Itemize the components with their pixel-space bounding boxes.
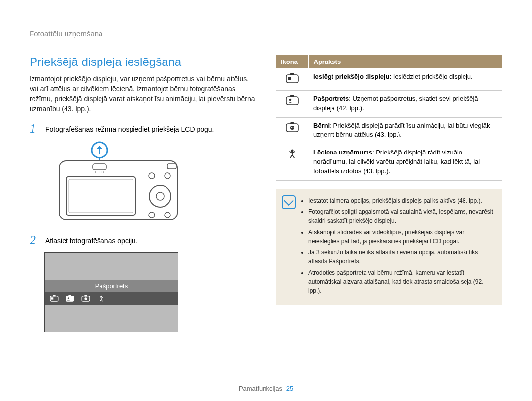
- page-title: Priekšējā displeja ieslēgšana: [30, 55, 256, 69]
- camera-figure: F.LCD: [44, 141, 256, 227]
- footer-page-number: 25: [286, 385, 293, 392]
- footer-text: Pamatfunkcijas: [239, 385, 282, 392]
- flcd-button-icon: [93, 164, 106, 170]
- svg-rect-1: [66, 177, 135, 215]
- svg-rect-21: [288, 77, 291, 80]
- step-2: 2 Atlasiet fotografēšanas opciju.: [30, 234, 256, 247]
- flcd-label: F.LCD: [95, 170, 104, 174]
- svg-rect-23: [290, 95, 294, 97]
- table-row: Ieslēgt priekšējo displeju: Ieslēdziet p…: [276, 68, 502, 90]
- note-item: Atrodoties pašportreta vai bērnu režīmā,…: [308, 268, 495, 296]
- note-box: Iestatot taimera opcijas, priekšējais di…: [276, 189, 502, 305]
- display-label: Pašportrets: [45, 280, 178, 292]
- row-1-bold: Pašportrets: [313, 95, 349, 102]
- self-portrait-icon: [66, 295, 74, 302]
- row-2-rest: : Priekšējā displejā parādīt īsu animāci…: [313, 122, 490, 139]
- camera-svg: F.LCD: [44, 141, 192, 225]
- svg-rect-12: [66, 296, 74, 301]
- svg-point-29: [293, 127, 294, 128]
- self-portrait-icon: [286, 94, 299, 105]
- step-1: 1 Fotografēšanas režīmā nospiediet priek…: [30, 123, 256, 135]
- left-column: Priekšējā displeja ieslēgšana Izmantojot…: [30, 55, 256, 332]
- svg-rect-10: [53, 295, 55, 297]
- svg-rect-22: [286, 97, 298, 105]
- note-item: Fotografējot spilgti apgaismotā vai saul…: [308, 207, 495, 225]
- svg-rect-13: [68, 295, 71, 297]
- row-0-bold: Ieslēgt priekšējo displeju: [313, 73, 390, 80]
- row-3-bold: Lēciena uzņēmums: [313, 149, 372, 156]
- section-header: Fotoattēlu uzņemšana: [30, 30, 502, 41]
- step-1-number: 1: [30, 123, 38, 135]
- svg-rect-16: [84, 295, 87, 297]
- jump-shot-icon: [286, 148, 299, 159]
- table-row: Pašportrets: Uzņemot pašportretus, skati…: [276, 90, 502, 117]
- svg-point-28: [291, 127, 292, 128]
- row-2-bold: Bērni: [313, 122, 330, 129]
- front-display-on-icon: [286, 72, 299, 83]
- page-footer: Pamatfunkcijas 25: [0, 385, 532, 392]
- svg-point-27: [290, 126, 294, 130]
- note-item: Atskaņojot slīdrādes vai videoklipus, pr…: [308, 228, 495, 246]
- front-display-on-icon: [50, 295, 59, 302]
- right-column: Ikona Apraksts Ieslēgt priekšējo displej…: [276, 55, 502, 332]
- svg-point-14: [68, 297, 70, 299]
- note-item: Iestatot taimera opcijas, priekšējais di…: [308, 196, 495, 206]
- note-item: Ja 3 sekunžu laikā netiks atlasīta nevie…: [308, 248, 495, 266]
- svg-rect-11: [51, 297, 53, 299]
- step-1-text: Fotografēšanas režīmā nospiediet priekšē…: [45, 123, 214, 135]
- display-figure: Pašportrets: [44, 252, 178, 332]
- svg-point-18: [100, 295, 102, 297]
- note-icon: [282, 195, 296, 209]
- display-icons-row: [45, 292, 178, 305]
- svg-rect-26: [290, 122, 294, 124]
- svg-rect-20: [290, 73, 294, 75]
- intro-paragraph: Izmantojot priekšējo displeju, var uzņem…: [30, 74, 256, 114]
- table-row: Lēciena uzņēmums: Priekšējā displejā rād…: [276, 144, 502, 181]
- children-icon: [81, 295, 90, 302]
- step-2-number: 2: [30, 234, 38, 247]
- table-head-icon: Ikona: [276, 55, 308, 68]
- children-icon: [286, 122, 299, 132]
- svg-point-24: [289, 99, 292, 101]
- row-0-rest: : Ieslēdziet priekšējo displeju.: [390, 73, 473, 80]
- icon-description-table: Ikona Apraksts Ieslēgt priekšējo displej…: [276, 55, 502, 181]
- step-2-text: Atlasiet fotografēšanas opciju.: [45, 234, 137, 247]
- svg-point-17: [84, 297, 87, 300]
- table-head-desc: Apraksts: [308, 55, 502, 68]
- jump-shot-icon: [97, 295, 106, 302]
- table-row: Bērni: Priekšējā displejā parādīt īsu an…: [276, 117, 502, 144]
